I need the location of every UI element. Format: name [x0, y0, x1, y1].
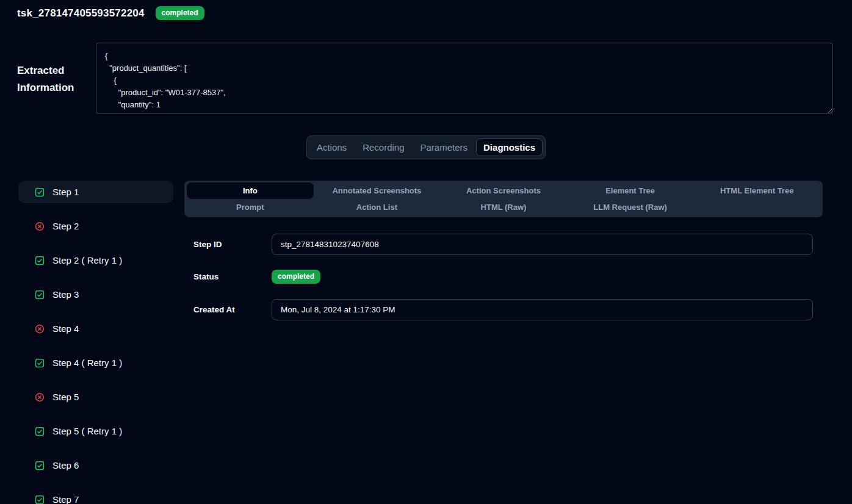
check-square-icon: [34, 187, 45, 198]
subtab-annotated-screenshots[interactable]: Annotated Screenshots: [314, 182, 441, 199]
steps-sidebar: Step 1 Step 2 Step 2 ( Retry 1 ) Step 3 …: [18, 181, 173, 504]
step-label: Step 1: [52, 187, 79, 197]
check-square-icon: [34, 289, 45, 300]
created-at-input[interactable]: [272, 299, 813, 320]
status-row: Status completed: [184, 270, 823, 284]
sidebar-step-7[interactable]: Step 7: [18, 488, 173, 504]
tab-diagnostics[interactable]: Diagnostics: [476, 139, 543, 156]
info-panel: Step ID Status completed Created At: [184, 234, 823, 320]
subtab-llm-request-raw[interactable]: LLM Request (Raw): [567, 199, 694, 215]
extracted-information-textarea[interactable]: { "product_quantities": [ { "product_id"…: [96, 43, 833, 114]
tab-actions[interactable]: Actions: [309, 139, 354, 156]
sidebar-step-1[interactable]: Step 1: [18, 181, 173, 203]
tab-recording[interactable]: Recording: [355, 139, 411, 156]
extracted-information-label: Extracted Information: [17, 62, 81, 96]
subtab-action-screenshots[interactable]: Action Screenshots: [440, 182, 567, 199]
check-square-icon: [34, 494, 45, 504]
step-label: Step 2 ( Retry 1 ): [52, 255, 122, 265]
subtab-action-list[interactable]: Action List: [314, 199, 441, 215]
sidebar-step-5[interactable]: Step 5: [18, 386, 173, 408]
step-label: Step 5 ( Retry 1 ): [52, 426, 122, 436]
diagnostics-panel: Info Annotated Screenshots Action Screen…: [184, 181, 823, 335]
sidebar-step-2[interactable]: Step 2: [18, 215, 173, 237]
subtab-info[interactable]: Info: [187, 182, 314, 199]
step-label: Step 7: [52, 494, 79, 504]
step-id-input[interactable]: [272, 234, 813, 255]
step-label: Step 4 ( Retry 1 ): [52, 358, 122, 368]
check-square-icon: [34, 426, 45, 437]
x-circle-icon: [34, 221, 45, 232]
check-square-icon: [34, 255, 45, 266]
x-circle-icon: [34, 392, 45, 403]
check-square-icon: [34, 460, 45, 471]
step-label: Step 3: [52, 289, 79, 300]
step-id-row: Step ID: [184, 234, 823, 255]
task-status-badge: completed: [156, 6, 204, 20]
created-at-row: Created At: [184, 299, 823, 320]
subtab-element-tree[interactable]: Element Tree: [567, 182, 694, 199]
step-id-label: Step ID: [184, 240, 272, 249]
step-label: Step 5: [52, 392, 79, 402]
sidebar-step-5-retry-1[interactable]: Step 5 ( Retry 1 ): [18, 420, 173, 442]
main-tabbar: Actions Recording Parameters Diagnostics: [306, 135, 546, 159]
sidebar-step-2-retry-1[interactable]: Step 2 ( Retry 1 ): [18, 249, 173, 272]
step-label: Step 4: [52, 323, 79, 334]
sidebar-step-3[interactable]: Step 3: [18, 283, 173, 306]
tab-parameters[interactable]: Parameters: [413, 139, 475, 156]
status-label: Status: [184, 272, 272, 281]
subtab-html-raw[interactable]: HTML (Raw): [440, 199, 567, 215]
created-at-label: Created At: [184, 305, 272, 314]
step-label: Step 6: [52, 460, 79, 470]
diagnostics-subtabs: Info Annotated Screenshots Action Screen…: [184, 181, 823, 217]
sidebar-step-6[interactable]: Step 6: [18, 454, 173, 477]
x-circle-icon: [34, 323, 45, 334]
step-label: Step 2: [52, 221, 79, 231]
step-status-badge: completed: [272, 270, 320, 284]
check-square-icon: [34, 358, 45, 369]
subtab-html-element-tree[interactable]: HTML Element Tree: [693, 182, 820, 199]
task-header: tsk_278147405593572204 completed: [17, 6, 204, 20]
page-title: tsk_278147405593572204: [17, 7, 145, 20]
sidebar-step-4[interactable]: Step 4: [18, 317, 173, 340]
subtab-prompt[interactable]: Prompt: [187, 199, 314, 215]
sidebar-step-4-retry-1[interactable]: Step 4 ( Retry 1 ): [18, 351, 173, 374]
